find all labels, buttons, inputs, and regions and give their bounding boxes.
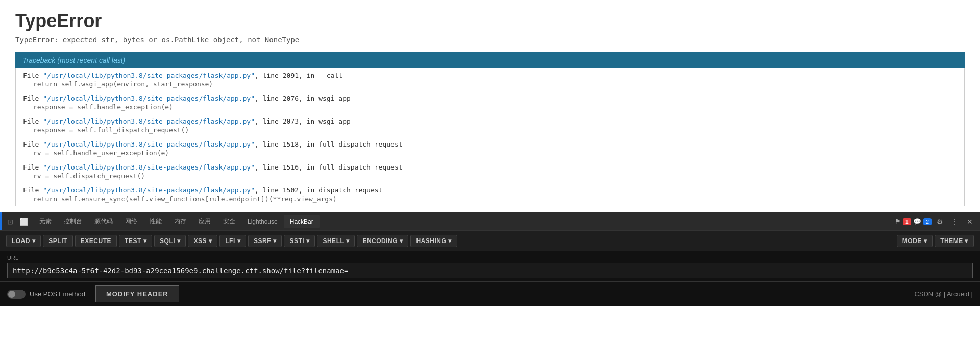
devtools-right: ⚑ 1 💬 2 ⚙ ⋮ ✕: [895, 215, 976, 228]
devtools-icon-device[interactable]: ⬜: [16, 215, 31, 228]
bottom-bar: Use POST method MODIFY HEADER CSDN @ | A…: [0, 281, 980, 306]
devtools-tab-lighthouse[interactable]: Lighthouse: [241, 215, 284, 228]
traceback-file-link[interactable]: "/usr/local/lib/python3.8/site-packages/…: [43, 71, 255, 79]
traceback-entry: File "/usr/local/lib/python3.8/site-pack…: [16, 160, 964, 183]
devtools-tab-性能[interactable]: 性能: [143, 214, 168, 229]
modify-header-btn[interactable]: MODIFY HEADER: [95, 285, 179, 302]
devtools-icon-flag: ⚑: [895, 218, 901, 225]
csdn-text: CSDN @ | Arcueid |: [914, 290, 973, 298]
devtools-menu-btn[interactable]: ⋮: [948, 215, 962, 228]
url-bar: URL: [0, 251, 980, 281]
traceback-file-line: File "/usr/local/lib/python3.8/site-pack…: [23, 163, 957, 171]
devtools-tab-内存[interactable]: 内存: [168, 214, 192, 229]
devtools-bar: ⊡ ⬜ 元素控制台源代码网络性能内存应用安全LighthouseHackBar …: [0, 212, 980, 230]
hackbar-btn-encoding[interactable]: ENCODING ▾: [357, 235, 408, 247]
post-method-toggle[interactable]: [7, 290, 26, 299]
hackbar-btn-ssti[interactable]: SSTI ▾: [284, 235, 315, 247]
traceback-code-line: response = self.handle_exception(e): [23, 103, 957, 111]
devtools-tab-源代码[interactable]: 源代码: [88, 214, 119, 229]
traceback-file-line: File "/usr/local/lib/python3.8/site-pack…: [23, 140, 957, 148]
traceback-code-line: rv = self.handle_user_exception(e): [23, 149, 957, 157]
hackbar-btn-sqli[interactable]: SQLI ▾: [154, 235, 186, 247]
hackbar-btn-split[interactable]: SPLIT: [43, 235, 73, 247]
traceback-file-link[interactable]: "/usr/local/lib/python3.8/site-packages/…: [43, 117, 255, 125]
traceback-entry: File "/usr/local/lib/python3.8/site-pack…: [16, 183, 964, 206]
devtools-icon-inspect[interactable]: ⊡: [4, 215, 16, 228]
devtools-tabs: 元素控制台源代码网络性能内存应用安全LighthouseHackBar: [33, 214, 320, 229]
traceback-header: Traceback (most recent call last): [15, 52, 965, 68]
traceback-header-text: Traceback: [22, 56, 57, 64]
devtools-tab-元素[interactable]: 元素: [33, 214, 58, 229]
traceback-code-line: return self.ensure_sync(self.view_functi…: [23, 195, 957, 203]
traceback-code-line: response = self.full_dispatch_request(): [23, 126, 957, 134]
toggle-container: Use POST method: [7, 290, 85, 299]
hackbar-btn-execute[interactable]: EXECUTE: [75, 235, 117, 247]
hackbar-btn-test[interactable]: TEST ▾: [119, 235, 152, 247]
hackbar-buttons: LOAD ▾SPLITEXECUTETEST ▾SQLI ▾XSS ▾LFI ▾…: [6, 235, 974, 247]
hackbar-btn-hashing[interactable]: HASHING ▾: [410, 235, 457, 247]
traceback-code-line: rv = self.dispatch_request(): [23, 172, 957, 180]
traceback-entry: File "/usr/local/lib/python3.8/site-pack…: [16, 68, 964, 91]
badge-red: 1: [903, 218, 911, 225]
left-edge-indicator: [0, 212, 2, 230]
traceback-file-link[interactable]: "/usr/local/lib/python3.8/site-packages/…: [43, 186, 255, 194]
traceback-entry: File "/usr/local/lib/python3.8/site-pack…: [16, 114, 964, 137]
hackbar-btn-theme[interactable]: THEME ▾: [935, 235, 974, 247]
traceback-file-line: File "/usr/local/lib/python3.8/site-pack…: [23, 186, 957, 194]
error-page: TypeError TypeError: expected str, bytes…: [0, 0, 980, 212]
badge-blue: 2: [923, 218, 932, 225]
hackbar-btn-shell[interactable]: SHELL ▾: [317, 235, 355, 247]
devtools-tab-控制台[interactable]: 控制台: [58, 214, 88, 229]
url-input[interactable]: [7, 263, 973, 278]
hackbar-btn-lfi[interactable]: LFI ▾: [219, 235, 246, 247]
traceback-file-line: File "/usr/local/lib/python3.8/site-pack…: [23, 71, 957, 79]
devtools-tab-安全[interactable]: 安全: [217, 214, 241, 229]
traceback-file-link[interactable]: "/usr/local/lib/python3.8/site-packages/…: [43, 163, 255, 171]
devtools-icon-chat: 💬: [913, 218, 921, 225]
traceback-header-sub: (most recent call last): [57, 56, 125, 64]
devtools-tab-网络[interactable]: 网络: [119, 214, 143, 229]
traceback-entry: File "/usr/local/lib/python3.8/site-pack…: [16, 137, 964, 160]
traceback-entry: File "/usr/local/lib/python3.8/site-pack…: [16, 91, 964, 114]
devtools-tab-应用[interactable]: 应用: [192, 214, 217, 229]
traceback-body: File "/usr/local/lib/python3.8/site-pack…: [15, 68, 965, 206]
traceback-code-line: return self.wsgi_app(environ, start_resp…: [23, 80, 957, 88]
traceback-file-line: File "/usr/local/lib/python3.8/site-pack…: [23, 117, 957, 125]
traceback-file-link[interactable]: "/usr/local/lib/python3.8/site-packages/…: [43, 94, 255, 102]
error-subtitle: TypeError: expected str, bytes or os.Pat…: [15, 36, 965, 44]
devtools-tab-hackbar[interactable]: HackBar: [284, 215, 320, 228]
devtools-settings-btn[interactable]: ⚙: [934, 215, 946, 228]
toggle-knob: [8, 291, 15, 298]
hackbar-btn-load[interactable]: LOAD ▾: [6, 235, 41, 247]
hackbar-toolbar: LOAD ▾SPLITEXECUTETEST ▾SQLI ▾XSS ▾LFI ▾…: [0, 230, 980, 251]
devtools-close-btn[interactable]: ✕: [964, 215, 976, 228]
hackbar-btn-mode[interactable]: MODE ▾: [897, 235, 933, 247]
url-label: URL: [7, 255, 973, 261]
traceback-file-link[interactable]: "/usr/local/lib/python3.8/site-packages/…: [43, 140, 255, 148]
error-title: TypeError: [15, 10, 965, 32]
hackbar-btn-ssrf[interactable]: SSRF ▾: [248, 235, 282, 247]
toggle-label: Use POST method: [30, 290, 85, 298]
hackbar-btn-xss[interactable]: XSS ▾: [188, 235, 217, 247]
traceback-file-line: File "/usr/local/lib/python3.8/site-pack…: [23, 94, 957, 102]
